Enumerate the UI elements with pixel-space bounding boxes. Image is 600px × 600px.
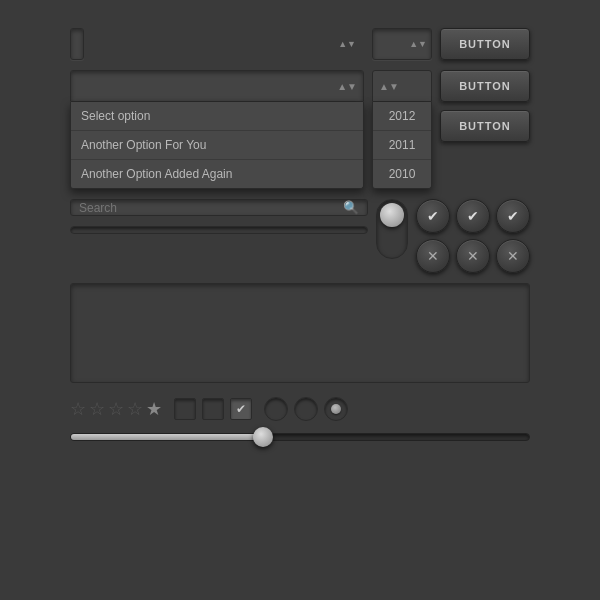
button-1[interactable]: BUTTON [440, 28, 530, 60]
search-wrapper: 🔍 [70, 199, 368, 216]
toggle-knob [380, 203, 404, 227]
textarea-field[interactable] [70, 283, 530, 383]
check-btn-0[interactable]: ✔ [416, 199, 450, 233]
x-btn-0[interactable]: ✕ [416, 239, 450, 273]
dropdown-options-list: Select option Another Option For You Ano… [70, 102, 364, 189]
search-button[interactable]: 🔍 [343, 200, 359, 215]
range-bar [70, 226, 368, 234]
select-wide-1[interactable] [70, 28, 84, 60]
buttons-column: BUTTON BUTTON [440, 70, 530, 142]
dropdown-item-0[interactable]: Select option [71, 102, 363, 131]
year-arrow-icon: ▲▼ [379, 81, 399, 92]
checkbox-1[interactable] [202, 398, 224, 420]
toggle-container [376, 199, 408, 259]
button-3[interactable]: BUTTON [440, 110, 530, 142]
radio-2[interactable] [324, 397, 348, 421]
radio-group [264, 397, 348, 421]
x-btn-1[interactable]: ✕ [456, 239, 490, 273]
dropdown-item-2[interactable]: Another Option Added Again [71, 160, 363, 188]
check-row: ✔ ✔ ✔ [416, 199, 530, 233]
star-4[interactable]: ☆ [127, 398, 143, 420]
search-input[interactable] [79, 201, 343, 215]
dropdown-arrow-icon: ▲▼ [337, 81, 357, 92]
star-group: ☆ ☆ ☆ ☆ ★ [70, 398, 162, 420]
checkbox-check-icon: ✔ [236, 402, 246, 416]
textarea-row [70, 283, 530, 383]
slider-row [70, 433, 530, 441]
icon-grid: ✔ ✔ ✔ ✕ ✕ ✕ [416, 199, 530, 273]
check-btn-2[interactable]: ✔ [496, 199, 530, 233]
year-item-0[interactable]: 2012 [373, 102, 431, 131]
x-btn-2[interactable]: ✕ [496, 239, 530, 273]
checkbox-0[interactable] [174, 398, 196, 420]
toggle-switch[interactable] [376, 199, 408, 259]
radio-0[interactable] [264, 397, 288, 421]
search-section: 🔍 [70, 199, 368, 234]
button-2[interactable]: BUTTON [440, 70, 530, 102]
select-narrow-1[interactable] [372, 28, 432, 60]
slider-track [70, 433, 530, 441]
checkbox-group: ✔ [174, 398, 252, 420]
star-1[interactable]: ☆ [70, 398, 86, 420]
dropdown-trigger[interactable]: ▲▼ [70, 70, 364, 102]
slider-thumb[interactable] [253, 427, 273, 447]
year-dropdown-options: 2012 2011 2010 [372, 102, 432, 189]
year-item-1[interactable]: 2011 [373, 131, 431, 160]
dropdown-item-1[interactable]: Another Option For You [71, 131, 363, 160]
bottom-row: ☆ ☆ ☆ ☆ ★ ✔ [70, 397, 530, 421]
year-dropdown-container: ▲▼ 2012 2011 2010 [372, 70, 432, 189]
year-dropdown-trigger[interactable]: ▲▼ [372, 70, 432, 102]
radio-1[interactable] [294, 397, 318, 421]
year-item-2[interactable]: 2010 [373, 160, 431, 188]
star-3[interactable]: ☆ [108, 398, 124, 420]
star-2[interactable]: ☆ [89, 398, 105, 420]
checkbox-2[interactable]: ✔ [230, 398, 252, 420]
check-btn-1[interactable]: ✔ [456, 199, 490, 233]
star-5[interactable]: ★ [146, 398, 162, 420]
x-row: ✕ ✕ ✕ [416, 239, 530, 273]
slider-fill [71, 434, 263, 440]
dropdown-main: ▲▼ Select option Another Option For You … [70, 70, 364, 189]
